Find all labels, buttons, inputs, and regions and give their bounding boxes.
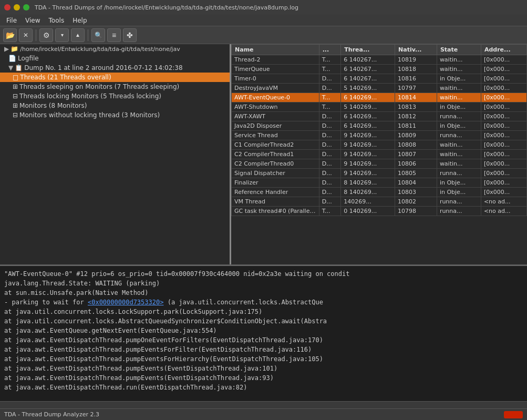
- table-row[interactable]: Timer-0D...6 140267...10816in Obje...[0x…: [232, 74, 527, 84]
- table-panel[interactable]: Name ... Threa... Nativ... State Addre..…: [231, 44, 527, 264]
- expand-icon: ▶: [4, 45, 9, 53]
- table-cell: 10798: [395, 207, 437, 216]
- tree-node-sleeping[interactable]: ⊞ Threads sleeping on Monitors (7 Thread…: [0, 82, 230, 91]
- tree-label-root: /home/irockel/Entwicklung/tda/tda-git/td…: [20, 46, 180, 53]
- table-row[interactable]: C1 CompilerThread2D...9 140269...10808wa…: [232, 140, 527, 150]
- col-thread[interactable]: Threa...: [341, 45, 395, 55]
- col-addr[interactable]: Addre...: [481, 45, 526, 55]
- table-row[interactable]: Reference HandlerD...8 140269...10803in …: [232, 188, 527, 197]
- table-cell: T...: [319, 65, 341, 74]
- table-cell: TimerQueue: [232, 65, 319, 74]
- file-icon: 📄: [8, 55, 16, 62]
- table-cell: [0x000...: [481, 84, 526, 93]
- table-row[interactable]: C2 CompilerThread0D...9 140269...10806wa…: [232, 159, 527, 169]
- filter-button[interactable]: ≡: [107, 28, 121, 42]
- table-row[interactable]: AWT-EventQueue-0T...6 140269...10814wait…: [232, 93, 527, 103]
- tree-node-monitors[interactable]: ⊞ Monitors (8 Monitors): [0, 101, 230, 110]
- table-cell: 0 140269...: [341, 207, 395, 216]
- table-cell: 10803: [395, 188, 437, 197]
- table-cell: GC task thread#0 (ParallelGC): [232, 207, 319, 216]
- table-cell: D...: [319, 131, 341, 140]
- status-text: TDA - Thread Dump Analyzer 2.3: [4, 411, 99, 418]
- table-cell: runna...: [437, 112, 481, 121]
- menu-help[interactable]: Help: [68, 16, 91, 25]
- up-button[interactable]: ▲: [71, 28, 85, 42]
- table-row[interactable]: Signal DispatcherD...9 140269...10805run…: [232, 169, 527, 178]
- table-row[interactable]: DestroyJavaVMD...5 140269...10797waitin.…: [232, 84, 527, 93]
- tree-node-locking[interactable]: ⊟ Threads locking Monitors (5 Threads lo…: [0, 91, 230, 101]
- col-native[interactable]: Nativ...: [395, 45, 437, 55]
- table-cell: 140269...: [341, 197, 395, 207]
- table-cell: D...: [319, 159, 341, 169]
- table-row[interactable]: Service ThreadD...9 140269...10809runna.…: [232, 131, 527, 140]
- tree-label-sleeping: Threads sleeping on Monitors (7 Threads …: [19, 83, 179, 90]
- table-cell: [0x000...: [481, 93, 526, 103]
- menu-tools[interactable]: Tools: [45, 16, 69, 25]
- tree-node-dump1[interactable]: ▼ 📋 Dump No. 1 at line 2 around 2016-07-…: [0, 63, 230, 73]
- table-cell: [0x000...: [481, 121, 526, 131]
- tree-label-logfile: Logfile: [18, 55, 39, 62]
- horizontal-scrollbar[interactable]: [0, 401, 527, 408]
- table-cell: waitin...: [437, 93, 481, 103]
- table-cell: T...: [319, 207, 341, 216]
- table-cell: [0x000...: [481, 150, 526, 159]
- close-window-button[interactable]: [4, 4, 11, 11]
- tree-node-monitors-nolocking[interactable]: ⊟ Monitors without locking thread (3 Mon…: [0, 110, 230, 120]
- minimize-window-button[interactable]: [14, 4, 20, 11]
- toolbar: 📂 ✕ ⚙ ▾ ▲ 🔍 ≡ ✤: [0, 26, 527, 44]
- table-cell: Signal Dispatcher: [232, 169, 319, 178]
- table-cell: C2 CompilerThread1: [232, 150, 319, 159]
- table-cell: 10808: [395, 140, 437, 150]
- table-cell: 10806: [395, 159, 437, 169]
- col-state[interactable]: State: [437, 45, 481, 55]
- table-row[interactable]: Java2D DisposerD...6 140269...10811in Ob…: [232, 121, 527, 131]
- table-row[interactable]: Thread-2T...6 140267...10819waitin...[0x…: [232, 55, 527, 65]
- dump-icon: 📋: [15, 64, 23, 71]
- table-row[interactable]: TimerQueueT...6 140267...10818waitin...[…: [232, 65, 527, 74]
- title-bar: TDA - Thread Dumps of /home/irockel/Entw…: [0, 0, 527, 15]
- table-row[interactable]: GC task thread#0 (ParallelGC)T...0 14026…: [232, 207, 527, 216]
- table-cell: D...: [319, 112, 341, 121]
- table-row[interactable]: AWT-XAWTD...6 140269...10812runna...[0x0…: [232, 112, 527, 121]
- menu-view[interactable]: View: [21, 16, 44, 25]
- tree-node-logfile[interactable]: 📄 Logfile: [0, 54, 230, 63]
- detail-line: at java.awt.EventDispatchThread.pumpEven…: [4, 364, 523, 373]
- table-cell: AWT-Shutdown: [232, 103, 319, 112]
- tree-node-root[interactable]: ▶ 📁 /home/irockel/Entwicklung/tda/tda-gi…: [0, 44, 230, 54]
- table-cell: 5 140269...: [341, 84, 395, 93]
- table-cell: [0x000...: [481, 169, 526, 178]
- monitors-nolocking-icon: ⊟: [13, 111, 18, 119]
- table-cell: D...: [319, 121, 341, 131]
- detail-line: java.lang.Thread.State: WAITING (parking…: [4, 279, 523, 288]
- maximize-window-button[interactable]: [23, 4, 29, 11]
- table-cell: 6 140267...: [341, 65, 395, 74]
- table-row[interactable]: VM ThreadD...140269...10802runna...<no a…: [232, 197, 527, 207]
- col-dots[interactable]: ...: [319, 45, 341, 55]
- table-cell: 9 140269...: [341, 150, 395, 159]
- close-button[interactable]: ✕: [19, 28, 33, 42]
- table-cell: 10814: [395, 93, 437, 103]
- table-cell: [0x000...: [481, 55, 526, 65]
- threads-icon: □: [13, 74, 18, 81]
- table-cell: <no ad...: [481, 207, 526, 216]
- table-row[interactable]: C2 CompilerThread1D...9 140269...10807wa…: [232, 150, 527, 159]
- tree-node-threads[interactable]: □ Threads (21 Threads overall): [0, 73, 230, 82]
- table-cell: 6 140269...: [341, 93, 395, 103]
- table-row[interactable]: AWT-ShutdownT...5 140269...10813in Obje.…: [232, 103, 527, 112]
- table-cell: 10802: [395, 197, 437, 207]
- dropdown-button[interactable]: ▾: [55, 28, 69, 42]
- table-cell: <no ad...: [481, 197, 526, 207]
- search-button[interactable]: 🔍: [91, 28, 105, 42]
- table-cell: 9 140269...: [341, 140, 395, 150]
- table-cell: 9 140269...: [341, 159, 395, 169]
- main-content: ▶ 📁 /home/irockel/Entwicklung/tda/tda-gi…: [0, 44, 527, 408]
- table-row[interactable]: FinalizerD...8 140269...10804in Obje...[…: [232, 178, 527, 188]
- settings-button[interactable]: ⚙: [39, 28, 53, 42]
- col-name[interactable]: Name: [232, 45, 319, 55]
- detail-link[interactable]: <0x00000000d7353320>: [88, 299, 164, 306]
- open-button[interactable]: 📂: [3, 28, 17, 42]
- menu-file[interactable]: File: [2, 16, 21, 25]
- table-cell: 5 140269...: [341, 103, 395, 112]
- tree-panel[interactable]: ▶ 📁 /home/irockel/Entwicklung/tda/tda-gi…: [0, 44, 231, 264]
- plugin-button[interactable]: ✤: [123, 28, 137, 42]
